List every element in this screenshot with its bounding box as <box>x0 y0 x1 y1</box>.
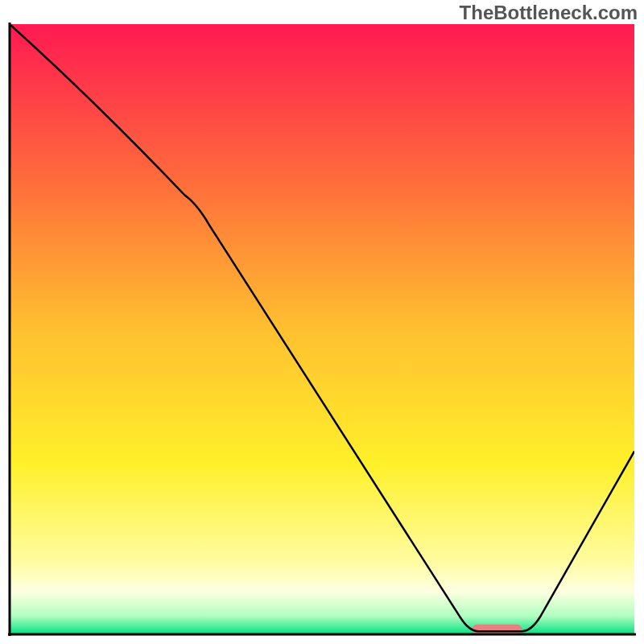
optimal-range-marker <box>472 625 522 634</box>
watermark-text: TheBottleneck.com <box>460 2 638 24</box>
bottleneck-chart: TheBottleneck.com <box>0 0 644 644</box>
chart-svg <box>0 0 644 644</box>
gradient-background <box>10 24 634 634</box>
